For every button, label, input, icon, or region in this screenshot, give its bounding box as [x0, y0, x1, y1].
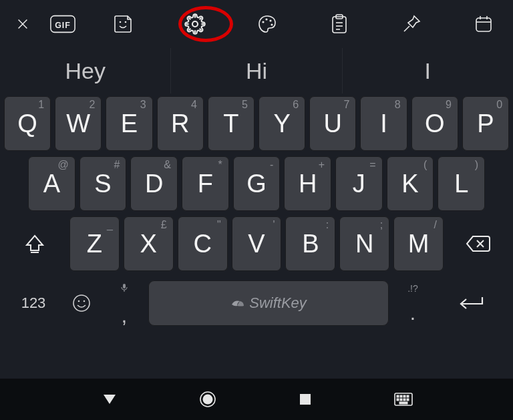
- backspace-key[interactable]: [448, 216, 509, 271]
- key-sub: ": [217, 219, 221, 231]
- themes-icon[interactable]: [254, 11, 281, 37]
- key-main: F: [198, 170, 213, 198]
- key-i[interactable]: 8I: [360, 96, 407, 151]
- key-sub: 5: [242, 99, 248, 111]
- key-c[interactable]: "C: [178, 216, 228, 271]
- suggestion-bar: Hey Hi I: [0, 48, 513, 93]
- svg-point-6: [265, 18, 267, 20]
- key-sub: *: [218, 159, 222, 171]
- svg-point-5: [262, 21, 264, 23]
- key-sub: /: [434, 219, 437, 231]
- svg-rect-35: [403, 399, 405, 401]
- key-j[interactable]: =J: [335, 156, 383, 211]
- key-a[interactable]: @A: [28, 156, 75, 211]
- key-main: G: [246, 170, 267, 198]
- svg-point-2: [120, 21, 122, 23]
- key-main: W: [66, 110, 90, 138]
- svg-rect-31: [403, 395, 405, 397]
- comma-key[interactable]: ,: [106, 276, 143, 330]
- svg-rect-15: [476, 18, 491, 31]
- key-f[interactable]: *F: [182, 156, 229, 211]
- key-sub: :: [326, 219, 329, 231]
- nav-back[interactable]: [94, 384, 125, 415]
- key-row-2: @A#S&D*F-G+H=J(K)L: [3, 156, 510, 211]
- key-sub: =: [369, 159, 375, 171]
- key-main: C: [193, 230, 211, 258]
- key-w[interactable]: 2W: [55, 96, 102, 151]
- key-sub: ': [273, 219, 275, 231]
- key-d[interactable]: &D: [130, 156, 178, 211]
- nav-home[interactable]: [192, 384, 223, 415]
- sticker-icon[interactable]: [110, 11, 136, 37]
- suggestion-3[interactable]: I: [342, 48, 513, 93]
- key-o[interactable]: 9O: [411, 96, 458, 151]
- key-sub: £: [161, 219, 167, 231]
- key-main: S: [94, 170, 111, 198]
- key-x[interactable]: £X: [124, 216, 174, 271]
- svg-rect-27: [300, 394, 311, 405]
- key-sub: ): [475, 159, 478, 171]
- key-m[interactable]: /M: [393, 216, 444, 271]
- key-main: Z: [87, 230, 102, 258]
- key-sub: 3: [140, 99, 146, 111]
- nav-recents[interactable]: [290, 384, 321, 415]
- key-e[interactable]: 3E: [106, 96, 152, 151]
- numeric-key[interactable]: 123: [9, 294, 57, 312]
- svg-text:GIF: GIF: [55, 21, 70, 30]
- key-sub: 7: [344, 99, 350, 111]
- key-b[interactable]: :B: [285, 216, 335, 271]
- svg-rect-30: [400, 395, 402, 397]
- key-y[interactable]: 6Y: [259, 96, 305, 151]
- key-main: B: [302, 230, 319, 258]
- close-button[interactable]: [9, 11, 36, 37]
- svg-rect-32: [407, 395, 409, 397]
- calendar-icon[interactable]: [470, 11, 497, 37]
- svg-rect-37: [399, 402, 407, 404]
- clipboard-icon[interactable]: [326, 11, 353, 37]
- key-sub: #: [114, 159, 120, 171]
- svg-point-26: [202, 395, 212, 405]
- nav-keyboard-icon[interactable]: [388, 384, 419, 415]
- mic-icon: [106, 283, 143, 294]
- key-l[interactable]: )L: [438, 156, 485, 211]
- key-g[interactable]: -G: [233, 156, 281, 211]
- pin-icon[interactable]: [398, 11, 425, 37]
- key-n[interactable]: ;N: [339, 216, 389, 271]
- key-sub: 0: [496, 99, 502, 111]
- key-sub: 6: [293, 99, 299, 111]
- key-k[interactable]: (K: [387, 156, 434, 211]
- gif-button[interactable]: GIF: [49, 11, 76, 37]
- space-row: 123 , SwiftKey: [3, 276, 510, 330]
- key-h[interactable]: +H: [284, 156, 331, 211]
- settings-icon[interactable]: [182, 11, 208, 37]
- key-main: H: [299, 170, 317, 198]
- key-v[interactable]: 'V: [232, 216, 282, 271]
- enter-key[interactable]: [437, 294, 504, 312]
- spacebar[interactable]: SwiftKey: [148, 280, 389, 326]
- svg-point-4: [192, 21, 198, 27]
- key-main: R: [171, 110, 189, 138]
- emoji-key[interactable]: [63, 293, 100, 313]
- key-u[interactable]: 7U: [309, 96, 356, 151]
- key-t[interactable]: 5T: [208, 96, 254, 151]
- key-row-1: 1Q2W3E4R5T6Y7U8I9O0P: [3, 96, 510, 151]
- suggestion-1[interactable]: Hey: [0, 48, 170, 93]
- svg-rect-33: [397, 399, 399, 401]
- key-p[interactable]: 0P: [462, 96, 509, 151]
- svg-point-7: [269, 19, 271, 21]
- shift-key[interactable]: [4, 216, 65, 271]
- key-sub: 4: [191, 99, 197, 111]
- svg-line-14: [404, 26, 409, 31]
- suggestion-2[interactable]: Hi: [170, 48, 341, 93]
- key-s[interactable]: #S: [79, 156, 127, 211]
- key-z[interactable]: _Z: [69, 216, 120, 271]
- period-key[interactable]: .!? .: [394, 276, 432, 330]
- svg-point-3: [125, 21, 127, 23]
- key-q[interactable]: 1Q: [4, 96, 51, 151]
- key-sub: 1: [38, 99, 44, 111]
- svg-point-21: [78, 300, 80, 302]
- key-main: L: [454, 170, 468, 198]
- key-r[interactable]: 4R: [157, 96, 204, 151]
- key-main: N: [355, 230, 373, 258]
- keyboard: 1Q2W3E4R5T6Y7U8I9O0P @A#S&D*F-G+H=J(K)L …: [0, 93, 513, 337]
